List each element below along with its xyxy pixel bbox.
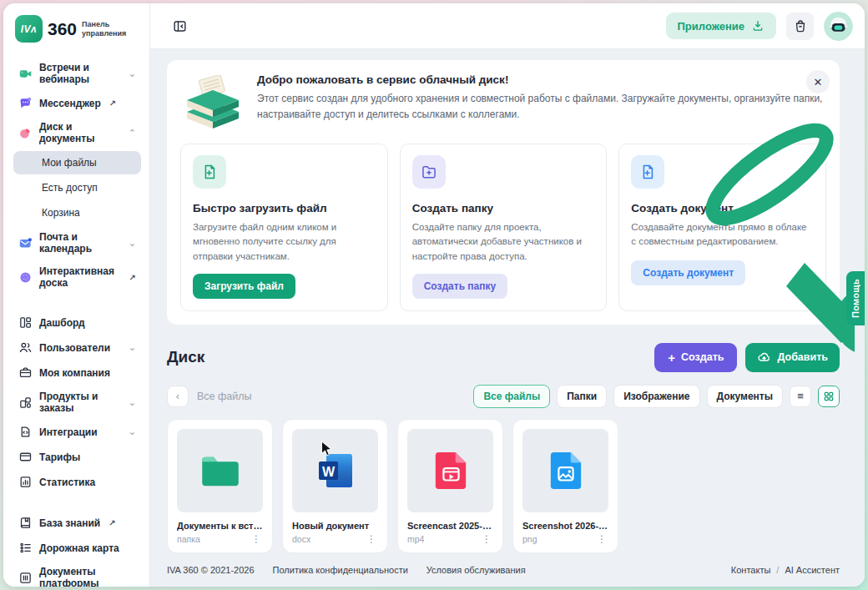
create-document-button[interactable]: Создать документ xyxy=(631,260,745,285)
mail-icon xyxy=(18,236,33,250)
file-type: mp4 xyxy=(407,534,424,544)
file-card-png[interactable]: Screenshot 2026-02-1... png ⋮ xyxy=(512,419,618,553)
file-card-mp4[interactable]: Screencast 2025-10-30 mp4 ⋮ xyxy=(397,419,503,553)
privacy-link[interactable]: Политика конфиденциальности xyxy=(273,565,408,575)
quick-cards: Быстро загрузить файл Загрузите файл одн… xyxy=(180,144,826,311)
quick-card-folder: Создать папку Создайте папку для проекта… xyxy=(400,144,608,311)
filter-all-files[interactable]: Все файлы xyxy=(473,385,550,408)
sidebar-item-disk[interactable]: Диск и документы ⌃ xyxy=(13,116,141,149)
logo[interactable]: IVʌ 360 Панель управления xyxy=(13,13,141,43)
sidebar: IVʌ 360 Панель управления Встречи и веби… xyxy=(3,3,150,587)
sidebar-item-label: Мессенджер xyxy=(39,98,101,109)
sidebar-item-shared[interactable]: Есть доступ xyxy=(13,176,141,199)
document-plus-icon xyxy=(631,155,664,189)
sidebar-item-integrations[interactable]: Интеграции ⌄ xyxy=(13,420,141,444)
add-button-label: Добавить xyxy=(777,351,828,363)
breadcrumb: Все файлы xyxy=(197,391,252,402)
shopping-bag-icon xyxy=(793,18,808,33)
sidebar-item-label: База знаний xyxy=(39,517,100,529)
sidebar-collapse-button[interactable] xyxy=(167,13,192,38)
chevron-down-icon: ⌄ xyxy=(129,343,136,352)
list-view-icon[interactable]: ≡ xyxy=(790,386,811,407)
sidebar-item-whiteboard[interactable]: Интерактивная доска ↗ xyxy=(13,260,141,294)
sidebar-item-messenger[interactable]: Мессенджер ↗ xyxy=(13,91,141,115)
sidebar-item-meetings[interactable]: Встречи и вебинары ⌄ xyxy=(13,57,141,90)
close-icon[interactable]: ✕ xyxy=(806,70,830,93)
file-name: Screencast 2025-10-30 xyxy=(407,521,493,531)
sidebar-item-platform-docs[interactable]: Документы платформы xyxy=(13,561,141,587)
chevron-down-icon: ⌄ xyxy=(129,239,136,248)
filter-folders[interactable]: Папки xyxy=(557,385,607,408)
robot-avatar-icon xyxy=(824,12,853,41)
sidebar-subitem-label: Мои файлы xyxy=(42,157,97,169)
sidebar-item-knowledge-base[interactable]: База знаний ↗ xyxy=(13,511,141,535)
file-menu-dots-icon[interactable]: ⋮ xyxy=(595,533,608,545)
file-menu-dots-icon[interactable]: ⋮ xyxy=(250,533,263,545)
filter-images[interactable]: Изображение xyxy=(613,385,699,408)
chevron-down-icon: ⌄ xyxy=(129,69,136,78)
external-link-icon: ↗ xyxy=(129,273,136,282)
sidebar-item-my-files[interactable]: Мои файлы xyxy=(13,151,141,174)
file-card-docx[interactable]: W Новый документ docx ⋮ xyxy=(282,419,388,553)
logo-product: 360 xyxy=(48,19,77,39)
help-tab[interactable]: Помощь xyxy=(846,271,865,325)
file-menu-dots-icon[interactable]: ⋮ xyxy=(365,533,378,545)
sidebar-item-label: Тарифы xyxy=(39,451,80,463)
file-menu-dots-icon[interactable]: ⋮ xyxy=(480,533,493,545)
sidebar-item-users[interactable]: Пользователи ⌄ xyxy=(13,335,141,360)
whiteboard-sphere-icon xyxy=(18,270,33,285)
quick-card-title: Быстро загрузить файл xyxy=(193,202,376,214)
sidebar-item-trash[interactable]: Корзина xyxy=(13,201,141,224)
marketplace-bag-button[interactable] xyxy=(786,13,814,40)
back-icon[interactable]: ‹ xyxy=(167,386,189,407)
quick-card-title: Создать папку xyxy=(412,202,595,214)
sidebar-item-dashboard[interactable]: Дашборд xyxy=(13,310,141,335)
chevron-down-icon: ⌄ xyxy=(129,398,136,407)
contacts-link[interactable]: Контакты xyxy=(731,565,771,575)
download-icon xyxy=(751,19,765,33)
sidebar-item-label: Встречи и вебинары xyxy=(39,62,122,85)
sidebar-item-statistics[interactable]: Статистика xyxy=(13,470,141,494)
welcome-title: Добро пожаловать в сервис облачный диск! xyxy=(257,73,825,86)
create-folder-button[interactable]: Создать папку xyxy=(412,274,508,299)
sidebar-item-label: Статистика xyxy=(39,477,95,488)
create-button[interactable]: + Создать xyxy=(654,343,737,372)
file-thumbnail xyxy=(177,429,263,512)
quick-card-title: Создать документ xyxy=(631,202,814,214)
nav-admin: Дашборд Пользователи ⌄ Моя компания Про xyxy=(13,310,141,495)
terms-link[interactable]: Условия обслуживания xyxy=(426,565,526,575)
filter-documents[interactable]: Документы xyxy=(707,385,783,408)
sidebar-subitem-label: Есть доступ xyxy=(42,182,98,194)
sidebar-item-mail[interactable]: Почта и календарь ⌄ xyxy=(13,226,141,260)
sidebar-item-tariffs[interactable]: Тарифы xyxy=(13,445,141,469)
content: ✕ Добро пожаловать в сервис облачный дис… xyxy=(150,49,865,587)
upload-file-button[interactable]: Загрузить файл xyxy=(193,274,295,299)
page-title: Диск xyxy=(167,348,204,366)
file-thumbnail xyxy=(407,429,493,512)
add-button[interactable]: Добавить xyxy=(745,343,840,372)
file-card-folder[interactable]: Документы к встрече папка ⋮ xyxy=(167,419,273,553)
grid-view-icon[interactable] xyxy=(818,386,840,407)
topbar: Приложение xyxy=(150,3,865,49)
app-download-button[interactable]: Приложение xyxy=(666,13,776,39)
users-icon xyxy=(18,340,33,355)
book-icon xyxy=(18,516,33,530)
video-file-icon xyxy=(432,451,469,491)
folder-plus-icon xyxy=(412,155,446,189)
sidebar-item-roadmap[interactable]: Дорожная карта xyxy=(13,536,141,560)
sidebar-item-label: Дорожная карта xyxy=(39,542,119,554)
app-download-label: Приложение xyxy=(678,20,744,33)
file-type: docx xyxy=(292,534,310,544)
disk-header: Диск + Создать Добавить xyxy=(167,343,840,372)
welcome-body: Этот сервис создан для удобного хранения… xyxy=(257,91,825,122)
chevron-up-icon: ⌃ xyxy=(129,129,136,138)
welcome-panel: ✕ Добро пожаловать в сервис облачный дис… xyxy=(167,60,840,325)
file-name: Новый документ xyxy=(292,521,378,531)
sidebar-item-company[interactable]: Моя компания xyxy=(13,361,141,385)
video-camera-icon xyxy=(18,67,33,81)
sidebar-item-products[interactable]: Продукты и заказы ⌄ xyxy=(13,386,141,419)
chevron-down-icon: ⌄ xyxy=(129,427,136,436)
ai-assistant-link[interactable]: AI Ассистент xyxy=(785,565,840,575)
avatar[interactable] xyxy=(824,12,853,41)
external-link-icon: ↗ xyxy=(109,98,116,108)
